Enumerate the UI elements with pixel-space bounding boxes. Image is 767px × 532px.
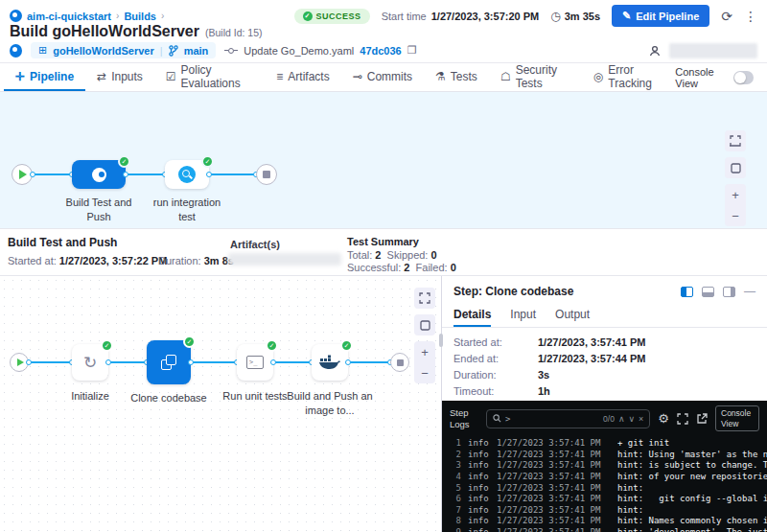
play-icon xyxy=(17,359,24,366)
tab-security-tests[interactable]: ☖Security Tests xyxy=(489,63,582,91)
success-check-icon: ✓ xyxy=(266,339,278,352)
more-options-button[interactable]: ⋮ xyxy=(744,10,757,23)
log-line: 3info1/27/2023 3:57:41 PMhint: is subjec… xyxy=(448,460,767,472)
repo-branch-pill[interactable]: ⊞ goHelloWorldServer | main xyxy=(31,42,216,58)
minimize-panel-button[interactable]: — xyxy=(744,286,755,297)
terminal-icon: >_ xyxy=(246,356,264,369)
tab-commits[interactable]: ⊸Commits xyxy=(341,63,424,91)
tab-inputs[interactable]: ⇄Inputs xyxy=(85,63,154,91)
integration-test-icon xyxy=(178,166,196,183)
layout-split-view-button[interactable] xyxy=(681,287,693,297)
stage-details-bar: Build Test and Push Started at: 1/27/202… xyxy=(0,228,767,276)
console-view-button[interactable]: Console View xyxy=(715,405,759,431)
stage-node-run-integration-test[interactable]: ✓ xyxy=(165,160,209,189)
refresh-button[interactable]: ⟳ xyxy=(721,10,732,23)
zoom-in-button[interactable]: + xyxy=(725,184,746,205)
search-match-count: 0/0 xyxy=(603,414,615,424)
build-tabs: ✛Pipeline ⇄Inputs ☑Policy Evaluations ≡A… xyxy=(0,63,767,92)
search-next-button[interactable]: ∨ xyxy=(628,414,635,424)
stop-icon xyxy=(263,171,270,178)
stage-label: run integration test xyxy=(149,196,225,224)
step-details: Started at:1/27/2023, 3:57:41 PM Ended a… xyxy=(442,328,767,410)
console-view-toggle[interactable] xyxy=(733,71,754,84)
log-open-external-button[interactable] xyxy=(696,413,708,425)
expand-canvas-button[interactable] xyxy=(414,288,435,309)
artifacts-icon: ≡ xyxy=(276,70,283,83)
tab-output[interactable]: Output xyxy=(555,303,590,327)
tab-artifacts[interactable]: ≡Artifacts xyxy=(265,63,340,91)
error-tracking-icon: ◎ xyxy=(593,70,603,83)
commit-message: Update Go_Demo.yaml xyxy=(244,45,354,57)
log-search-input[interactable]: > 0/0 ∧ ∨ × xyxy=(486,409,650,428)
log-lines: 1info1/27/2023 3:57:41 PM+ git init 2inf… xyxy=(442,435,767,532)
stage-node-build-test-and-push[interactable]: ✓ xyxy=(72,160,126,189)
initialize-icon: ↻ xyxy=(83,353,97,373)
tab-details[interactable]: Details xyxy=(453,303,491,327)
pill-divider: | xyxy=(160,45,163,57)
tab-error-tracking[interactable]: ◎Error Tracking xyxy=(582,63,675,91)
tests-icon: ⚗ xyxy=(435,70,446,83)
artifact-value-redacted xyxy=(228,253,341,266)
connector xyxy=(126,173,165,175)
breadcrumb-builds-link[interactable]: Builds xyxy=(124,11,156,22)
console-view-label: Console View xyxy=(675,66,726,89)
breadcrumb-project-link[interactable]: aim-ci-quickstart xyxy=(27,11,111,22)
commit-hash-link[interactable]: 47dc036 xyxy=(360,45,401,57)
tab-policy-evaluations[interactable]: ☑Policy Evaluations xyxy=(154,63,265,91)
fit-to-view-button[interactable] xyxy=(725,157,746,178)
header: aim-ci-quickstart › Builds › ✓ SUCCESS S… xyxy=(0,0,767,63)
layout-bottom-view-button[interactable] xyxy=(702,287,714,297)
tab-tests[interactable]: ⚗Tests xyxy=(424,63,489,91)
log-line: 4info1/27/2023 3:57:41 PMhint: of your n… xyxy=(448,472,767,483)
edit-pipeline-button[interactable]: ✎ Edit Pipeline xyxy=(612,5,709,27)
zoom-in-button[interactable]: + xyxy=(414,341,435,362)
stage-name: Build Test and Push xyxy=(8,236,117,249)
step-label: Build and Push an image to... xyxy=(284,389,376,418)
step-label: Initialize xyxy=(52,389,128,404)
connector xyxy=(273,361,312,363)
ci-module-icon xyxy=(10,44,22,58)
step-node-clone-codebase[interactable]: ✓ xyxy=(147,340,191,384)
clone-codebase-icon xyxy=(161,355,176,370)
breadcrumb: aim-ci-quickstart › Builds › xyxy=(10,10,164,22)
log-fullscreen-button[interactable] xyxy=(677,413,688,425)
connector xyxy=(348,361,390,363)
search-prev-button[interactable]: ∧ xyxy=(618,414,625,424)
success-check-icon: ✓ xyxy=(183,335,196,348)
test-summary-line2: Successful: 2 Failed: 0 xyxy=(347,262,456,273)
repository-icon: ⊞ xyxy=(38,44,47,57)
step-node-run-unit-tests[interactable]: >_ ✓ xyxy=(237,344,273,381)
step-node-build-and-push[interactable]: ✓ xyxy=(312,344,348,381)
step-logs-console: Step Logs > 0/0 ∧ ∨ × ⚙ Console View xyxy=(442,401,767,532)
step-details-panel: Step: Clone codebase — Details Input Out… xyxy=(441,276,767,532)
test-summary-title: Test Summary xyxy=(347,236,419,247)
expand-canvas-button[interactable] xyxy=(725,130,746,151)
tab-input[interactable]: Input xyxy=(510,303,536,327)
policy-icon: ☑ xyxy=(166,70,176,83)
tab-pipeline[interactable]: ✛Pipeline xyxy=(4,63,85,91)
copy-icon[interactable]: ❐ xyxy=(407,44,417,57)
log-line: 8info1/27/2023 3:57:41 PMhint: Names com… xyxy=(448,516,767,527)
success-check-icon: ✓ xyxy=(340,339,353,352)
log-settings-gear-icon[interactable]: ⚙ xyxy=(658,411,669,426)
zoom-out-button[interactable]: − xyxy=(414,362,435,383)
success-check-icon: ✓ xyxy=(118,155,130,168)
zoom-out-button[interactable]: − xyxy=(725,205,746,226)
log-line: 9info1/27/2023 3:57:41 PMhint: 'developm… xyxy=(448,527,767,532)
step-graph-canvas: ↻ ✓ ✓ >_ ✓ ✓ Initialize Clone codebase R… xyxy=(0,276,441,532)
status-badge: ✓ SUCCESS xyxy=(294,9,370,24)
search-clear-button[interactable]: × xyxy=(639,414,643,424)
detail-row: Started at:1/27/2023, 3:57:41 PM xyxy=(453,336,755,348)
panel-resize-handle[interactable] xyxy=(439,334,443,347)
inputs-icon: ⇄ xyxy=(97,70,106,83)
build-details-page: aim-ci-quickstart › Builds › ✓ SUCCESS S… xyxy=(0,0,767,532)
zoom-controls: + − xyxy=(725,184,746,226)
artifacts-label: Artifact(s) xyxy=(230,239,280,250)
connector xyxy=(191,361,237,363)
layout-right-view-button[interactable] xyxy=(723,287,735,297)
triggered-by-user-redacted xyxy=(669,43,757,58)
step-node-initialize[interactable]: ↻ ✓ xyxy=(72,344,108,381)
stage-end-node[interactable] xyxy=(390,353,409,372)
pipeline-end-node[interactable] xyxy=(256,164,277,185)
fit-to-view-button[interactable] xyxy=(414,314,435,335)
